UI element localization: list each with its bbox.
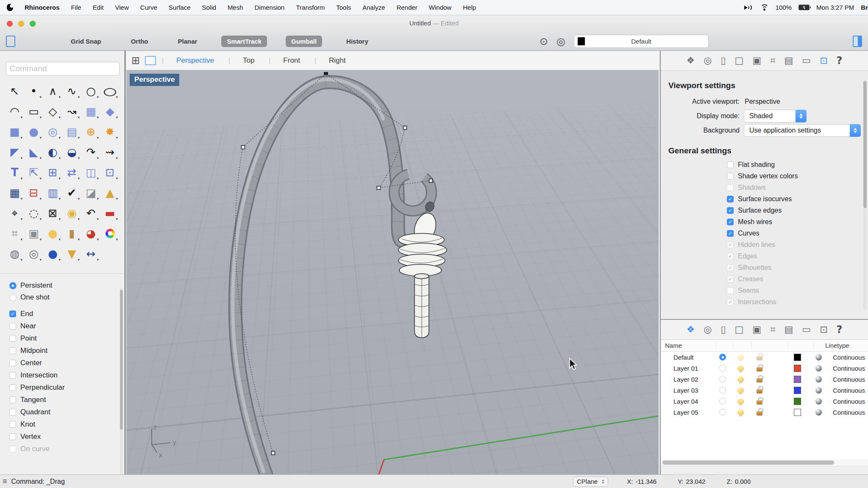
- surface-isocurves-checkbox[interactable]: Surface isocurves: [727, 193, 868, 205]
- boolean-union-tool[interactable]: ⊕ ▾: [81, 123, 100, 140]
- document-panel-icon[interactable]: ▯: [721, 56, 726, 65]
- checkbox-icon[interactable]: [727, 219, 734, 225]
- command-history-icon[interactable]: ≡: [3, 477, 7, 486]
- color-wheel-tool[interactable]: ▾: [100, 225, 120, 242]
- polygon-tool[interactable]: ◇ ▾: [43, 103, 62, 120]
- lightbulb-tool[interactable]: ● ▾: [43, 225, 62, 242]
- properties-panel-icon[interactable]: ◎: [704, 56, 712, 65]
- circle-tool[interactable]: ○ ▾: [81, 82, 100, 100]
- seams-checkbox[interactable]: Seams: [727, 285, 868, 296]
- checkbox-icon[interactable]: [9, 335, 16, 342]
- curves-checkbox[interactable]: Curves: [727, 227, 868, 239]
- current-layer-radio[interactable]: [719, 398, 726, 405]
- checkbox-icon[interactable]: [9, 360, 16, 366]
- layers-panel-icon[interactable]: ❖: [687, 56, 695, 65]
- mesh-wires-checkbox[interactable]: Mesh wires: [727, 216, 868, 227]
- sphere-tool[interactable]: ● ▾: [24, 123, 43, 140]
- four-pane-layout-icon[interactable]: ⊞: [131, 55, 140, 66]
- toolbar-toggle[interactable]: Planar: [172, 36, 203, 47]
- layer-visibility-bulb-icon[interactable]: [737, 399, 744, 404]
- array-tool[interactable]: ▦ ▾: [5, 184, 24, 201]
- toy-car-tool[interactable]: ▬ ▾: [100, 204, 120, 222]
- viewport-name-badge[interactable]: Perspective: [130, 74, 179, 86]
- check-tool[interactable]: ✔ ▾: [62, 184, 81, 201]
- osnap-vertex[interactable]: Vertex: [9, 430, 125, 443]
- layer-name[interactable]: Layer 02: [673, 376, 715, 383]
- menu-bar-user[interactable]: Br: [861, 4, 868, 11]
- flat-shading-checkbox[interactable]: Flat shading: [727, 159, 868, 170]
- mesh-surface-tool[interactable]: ▤ ▾: [62, 123, 81, 140]
- layer-row[interactable]: Layer 03 Continuous: [661, 385, 868, 396]
- checkbox-icon[interactable]: [727, 276, 734, 283]
- checkbox-icon[interactable]: [9, 446, 16, 452]
- layer-linetype[interactable]: Continuous: [833, 365, 865, 372]
- hidden-lines-checkbox[interactable]: Hidden lines: [727, 239, 868, 250]
- layer-visibility-bulb-icon[interactable]: [737, 355, 744, 360]
- zoom-selected-tool[interactable]: ◉ ▾: [62, 204, 81, 222]
- layer-lock-icon[interactable]: [757, 367, 762, 372]
- layout-tool[interactable]: ▣ ▾: [24, 225, 43, 242]
- layer-row[interactable]: Layer 04 Continuous: [661, 396, 868, 407]
- viewport-tab[interactable]: Top: [228, 56, 269, 65]
- extend-curve-tool[interactable]: ⇝ ▾: [100, 143, 120, 161]
- layer-row[interactable]: Default Continuous: [661, 352, 868, 363]
- display-mode-select[interactable]: Shaded: [744, 110, 807, 122]
- osnap-end[interactable]: End: [9, 308, 125, 320]
- object-panel-icon[interactable]: □: [735, 325, 744, 334]
- trim-tool[interactable]: ◤ ▾: [5, 143, 24, 161]
- layer-color-swatch[interactable]: [794, 387, 801, 394]
- cage-edit-tool[interactable]: ◫ ▾: [81, 164, 100, 181]
- checkbox-icon[interactable]: [9, 347, 16, 354]
- layer-color-swatch[interactable]: [794, 376, 801, 383]
- layer-name[interactable]: Default: [673, 354, 715, 361]
- zoom-window-tool[interactable]: ◌ ▾: [24, 204, 43, 222]
- layer-lock-icon[interactable]: [757, 400, 762, 405]
- paint-tool[interactable]: ▲ ▾: [100, 184, 120, 201]
- fillet-curve-tool[interactable]: ↷ ▾: [81, 143, 100, 161]
- checkbox-icon[interactable]: [9, 421, 16, 428]
- checkbox-icon[interactable]: [9, 433, 16, 440]
- layer-lock-icon[interactable]: [757, 378, 762, 383]
- boolean-difference-tool[interactable]: ◒ ▾: [62, 143, 81, 161]
- osnap-center[interactable]: Center: [9, 357, 125, 369]
- layer-linetype[interactable]: Continuous: [833, 354, 865, 361]
- layer-material-sphere-icon[interactable]: [815, 387, 822, 394]
- layers-horizontal-scrollbar[interactable]: [661, 459, 868, 466]
- surface-from-points-tool[interactable]: ▦ ▾: [81, 103, 100, 120]
- menu-item[interactable]: Surface: [169, 4, 191, 11]
- menu-item[interactable]: Window: [429, 4, 451, 11]
- menu-item[interactable]: Dimension: [255, 4, 285, 11]
- offset-tool[interactable]: ▥ ▾: [43, 184, 62, 201]
- viewport-tab[interactable]: Perspective: [162, 56, 228, 65]
- gumball-mode-icon[interactable]: ⊙: [540, 36, 548, 47]
- scale-tool[interactable]: ⇱ ▾: [24, 164, 43, 181]
- menu-bar-clock[interactable]: Mon 3:27 PM: [816, 4, 854, 11]
- checkbox-icon[interactable]: [727, 264, 734, 271]
- layer-visibility-bulb-icon[interactable]: [737, 366, 744, 371]
- camera-panel-icon[interactable]: ▣: [752, 56, 761, 65]
- checkbox-icon[interactable]: [727, 299, 734, 305]
- checkbox-icon[interactable]: [727, 287, 734, 294]
- frame-panel-icon[interactable]: ▭: [802, 56, 811, 65]
- freeform-curve-tool[interactable]: ∿ ▾: [62, 82, 81, 100]
- current-layer-radio[interactable]: [719, 365, 726, 372]
- radio-icon[interactable]: [9, 294, 17, 301]
- checkbox-icon[interactable]: [9, 372, 16, 379]
- menu-item[interactable]: Edit: [93, 4, 104, 11]
- text-tool[interactable]: T ▾: [5, 164, 24, 181]
- wireframe-sphere-tool[interactable]: ◍ ▾: [5, 245, 24, 262]
- layer-color-swatch[interactable]: [794, 398, 801, 405]
- menu-item[interactable]: File: [71, 4, 81, 11]
- osnap-one-shot-radio[interactable]: One shot: [9, 291, 125, 303]
- checkbox-icon[interactable]: [727, 184, 734, 191]
- split-tool[interactable]: ◣ ▾: [24, 143, 43, 161]
- curve-blend-tool[interactable]: ↝ ▾: [62, 103, 81, 120]
- left-sidebar-toggle-icon[interactable]: [6, 36, 15, 47]
- layer-color-swatch[interactable]: [794, 365, 801, 372]
- layer-name[interactable]: Layer 04: [673, 398, 715, 405]
- control-point-curve-tool[interactable]: ∧ ▾: [43, 82, 62, 100]
- creases-checkbox[interactable]: Creases: [727, 273, 868, 285]
- layer-row[interactable]: Layer 05 Continuous: [661, 407, 868, 418]
- osnap-intersection[interactable]: Intersection: [9, 369, 125, 381]
- notes-panel-icon[interactable]: ▤: [785, 56, 793, 65]
